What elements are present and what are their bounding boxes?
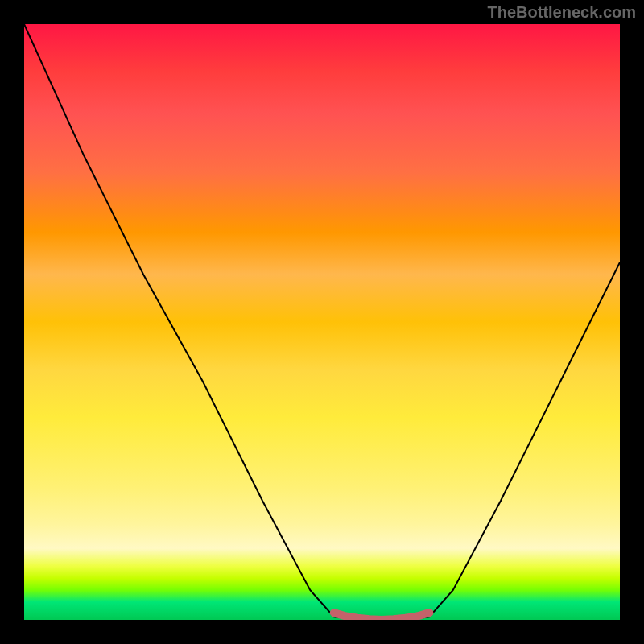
main-curve	[24, 24, 620, 620]
chart-plot-area	[24, 24, 620, 620]
marker-end-dot	[425, 609, 433, 617]
chart-svg	[24, 24, 620, 620]
bottom-marker-curve	[334, 613, 429, 620]
watermark-text: TheBottleneck.com	[488, 3, 636, 22]
